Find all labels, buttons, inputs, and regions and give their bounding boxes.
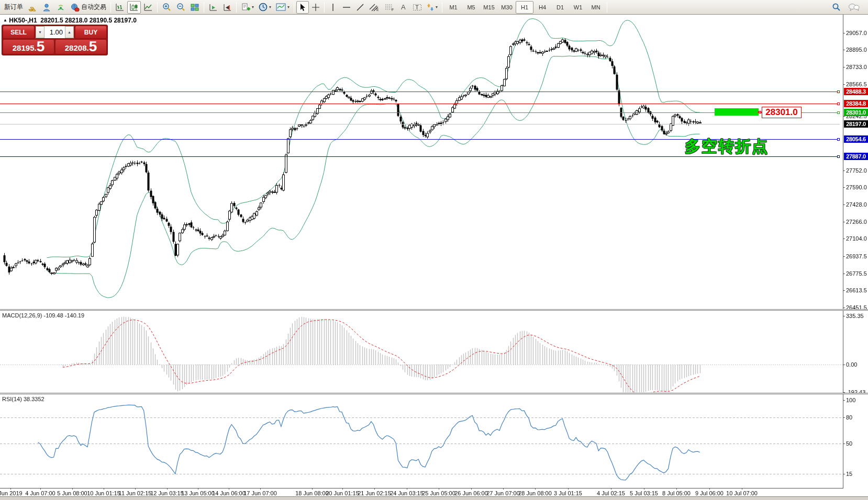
timeframe-h4[interactable]: H4 [533, 1, 551, 14]
line-end-marker[interactable] [837, 138, 840, 141]
date-axis[interactable]: Jun 20194 Jun 07:005 Jun 08:0010 Jun 01:… [0, 488, 868, 496]
cursor-icon[interactable] [296, 1, 309, 14]
date-tick-mark [611, 488, 611, 490]
price-tick-label: 29057.0 [846, 30, 867, 36]
zoom-in-icon[interactable] [160, 1, 173, 14]
date-tick-mark [503, 488, 504, 490]
date-label: 8 Jul 05:00 [662, 490, 691, 496]
rsi-tick-label: 100 [846, 397, 855, 403]
equidistant-channel-icon[interactable]: E [367, 1, 382, 14]
svg-text:T: T [416, 5, 419, 10]
timeframe-h1[interactable]: H1 [516, 1, 533, 14]
vertical-line-icon[interactable] [327, 1, 339, 14]
line-end-marker[interactable] [837, 111, 840, 114]
price-tick-label: 26937.5 [846, 253, 867, 259]
annotation-text[interactable]: 多空转折点 [685, 136, 769, 157]
periods-button[interactable]: ▾ [257, 1, 273, 14]
buy-button[interactable]: BUY [75, 26, 107, 39]
autotrading-label: 自动交易 [81, 3, 106, 12]
sell-price[interactable]: 28195.5 [3, 39, 54, 54]
axis-tick-mark [843, 316, 845, 316]
horizontal-line-icon[interactable] [340, 1, 353, 14]
search-icon[interactable] [829, 1, 843, 14]
volume-decrease-button[interactable]: ▼ [36, 26, 44, 38]
date-axis-line [0, 488, 843, 488]
tile-windows-icon[interactable] [188, 1, 202, 14]
chart-symbol: HK50-,H1 [9, 17, 37, 24]
one-click-trading-panel: SELL ▼ ▲ BUY 28195.5 28208.5 [2, 25, 108, 55]
price-tick-label: 27104.0 [846, 235, 867, 242]
price-chart-canvas[interactable] [0, 15, 868, 496]
indicators-add-button[interactable]: ▾ [239, 1, 256, 14]
chat-icon[interactable] [846, 1, 862, 14]
signals-icon[interactable] [54, 1, 68, 14]
timeframe-w1[interactable]: W1 [569, 1, 587, 14]
line-chart-icon[interactable] [141, 1, 155, 14]
chart-shift-icon[interactable] [220, 1, 234, 14]
timeframe-m1[interactable]: M1 [444, 1, 462, 14]
toolbar-separator [294, 2, 294, 13]
autotrading-button[interactable]: 自动交易 [68, 1, 108, 14]
fibonacci-icon[interactable]: F [382, 1, 397, 14]
price-callout-label[interactable]: 28301.0 [762, 107, 802, 118]
axis-tick-mark [843, 256, 845, 257]
green-zone-rectangle[interactable] [715, 108, 759, 116]
timeframe-m5[interactable]: M5 [462, 1, 480, 14]
pivot-line-28301[interactable] [0, 112, 840, 113]
timeframe-m15[interactable]: M15 [480, 1, 498, 14]
axis-price-badge: 28197.0 [844, 120, 868, 128]
symbol-collapse-icon[interactable]: ▲ [3, 18, 7, 22]
axis-tick-mark [843, 222, 845, 222]
buy-price[interactable]: 28208.5 [55, 39, 107, 54]
axis-price-badge: 28384.8 [844, 100, 868, 107]
toolbar-right-group [829, 1, 866, 14]
buy-price-big-digit: 5 [89, 40, 97, 53]
new-order-label: 新订单 [4, 3, 23, 12]
zoom-out-icon[interactable] [174, 1, 187, 14]
dropdown-caret: ▾ [436, 5, 438, 9]
volume-input[interactable] [44, 26, 65, 38]
rsi-tick-label: 80 [846, 414, 852, 421]
line-end-marker[interactable] [837, 90, 840, 93]
bar-chart-icon[interactable] [113, 1, 127, 14]
line-end-marker[interactable] [837, 103, 840, 105]
axis-tick-mark [843, 417, 845, 418]
timeframe-m30[interactable]: M30 [498, 1, 516, 14]
bid-price-line[interactable] [0, 124, 840, 124]
rsi-tick-label: 50 [846, 440, 852, 447]
date-label: 24 Jun 03:15 [390, 490, 424, 496]
price-tick-label: 26775.5 [846, 270, 867, 277]
resistance-line-28384[interactable] [0, 104, 840, 104]
crosshair-icon[interactable] [309, 1, 322, 14]
date-tick-mark [260, 488, 261, 490]
resistance-line-28488[interactable] [0, 92, 840, 92]
date-label: 21 Jun 02:15 [358, 490, 391, 496]
auto-scroll-icon[interactable] [206, 1, 220, 14]
timeframe-d1[interactable]: D1 [551, 1, 569, 14]
new-order-button[interactable]: 新订单 [2, 1, 25, 14]
rsi-tick-label: 15 [846, 471, 852, 477]
date-tick-mark [676, 488, 677, 490]
text-icon[interactable]: A [397, 1, 410, 14]
date-tick-mark [407, 488, 407, 490]
line-end-marker[interactable] [837, 155, 840, 158]
date-label: 11 Jun 02:15 [119, 490, 152, 496]
dropdown-caret: ▾ [252, 5, 254, 9]
community-icon[interactable] [40, 1, 53, 14]
text-label-icon[interactable]: T [410, 1, 424, 14]
templates-button[interactable]: ▾ [274, 1, 292, 14]
date-label: 5 Jul 03:15 [630, 490, 658, 496]
date-label: 4 Jul 02:15 [597, 490, 625, 496]
toolbar-separator [607, 2, 607, 13]
timeframe-mn[interactable]: MN [587, 1, 605, 14]
candlestick-chart-icon[interactable] [127, 1, 141, 14]
trendline-icon[interactable] [354, 1, 366, 14]
sell-button[interactable]: SELL [3, 26, 35, 39]
volume-increase-button[interactable]: ▲ [65, 26, 74, 38]
axis-tick-mark [843, 67, 845, 67]
arrows-icon[interactable]: ▾ [425, 1, 440, 14]
price-tick-label: 28895.0 [846, 47, 867, 53]
gold-bars-icon[interactable] [26, 1, 39, 14]
pane-separator-macd[interactable] [0, 309, 868, 311]
pane-separator-rsi[interactable] [0, 393, 868, 394]
